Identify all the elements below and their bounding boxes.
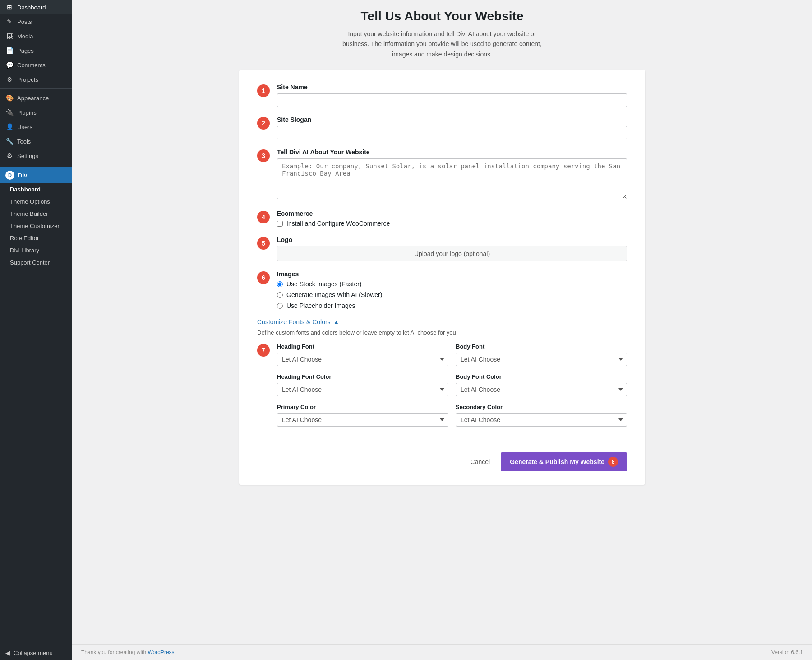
site-slogan-label: Site Slogan xyxy=(277,116,627,123)
sidebar-item-dashboard[interactable]: ⊞ Dashboard xyxy=(0,0,72,14)
fonts-grid: Heading Font Let AI Choose Body Font Let… xyxy=(277,343,627,427)
sidebar-sub-item-support-center[interactable]: Support Center xyxy=(0,256,72,269)
sidebar-divi[interactable]: D Divi xyxy=(0,167,72,183)
woocommerce-checkbox[interactable] xyxy=(277,221,283,227)
chevron-up-icon: ▲ xyxy=(333,318,340,325)
heading-font-color-select[interactable]: Let AI Choose xyxy=(277,383,448,396)
footer-bar: Thank you for creating with WordPress. V… xyxy=(72,644,812,660)
section-7-content: Heading Font Let AI Choose Body Font Let… xyxy=(277,343,627,434)
sidebar-item-pages[interactable]: 📄 Pages xyxy=(0,43,72,58)
heading-font-color-field: Heading Font Color Let AI Choose xyxy=(277,373,448,396)
primary-color-select[interactable]: Let AI Choose xyxy=(277,413,448,427)
pages-icon: 📄 xyxy=(5,47,14,54)
posts-icon: ✎ xyxy=(5,18,14,25)
sidebar-sub-item-role-editor[interactable]: Role Editor xyxy=(0,232,72,244)
sidebar-item-settings[interactable]: ⚙ Settings xyxy=(0,149,72,163)
section-4-content: Ecommerce Install and Configure WooComme… xyxy=(277,210,627,227)
sidebar: ⊞ Dashboard ✎ Posts 🖼 Media 📄 Pages 💬 Co… xyxy=(0,0,72,660)
radio-stock-input[interactable] xyxy=(277,281,283,287)
woocommerce-label: Install and Configure WooCommerce xyxy=(286,220,390,227)
site-name-input[interactable] xyxy=(277,93,627,107)
body-font-color-field: Body Font Color Let AI Choose xyxy=(456,373,627,396)
wordpress-link[interactable]: WordPress. xyxy=(148,649,175,655)
step-5-badge: 5 xyxy=(257,237,270,250)
main-content: Tell Us About Your Website Input your we… xyxy=(72,0,812,644)
sidebar-divider-1 xyxy=(0,88,72,89)
heading-font-label: Heading Font xyxy=(277,343,448,350)
woocommerce-row: Install and Configure WooCommerce xyxy=(277,220,627,227)
page-wrapper: Tell Us About Your Website Input your we… xyxy=(72,0,812,660)
sidebar-item-users[interactable]: 👤 Users xyxy=(0,120,72,134)
sidebar-item-appearance[interactable]: 🎨 Appearance xyxy=(0,91,72,105)
media-icon: 🖼 xyxy=(5,33,14,40)
sidebar-item-comments[interactable]: 💬 Comments xyxy=(0,58,72,72)
radio-ai-input[interactable] xyxy=(277,292,283,298)
step-7-badge: 7 xyxy=(257,344,270,357)
site-slogan-input[interactable] xyxy=(277,126,627,139)
step-8-badge: 8 xyxy=(608,457,618,467)
sidebar-sub-item-theme-builder[interactable]: Theme Builder xyxy=(0,208,72,220)
collapse-menu-button[interactable]: ◀ Collapse menu xyxy=(0,646,72,660)
comments-icon: 💬 xyxy=(5,61,14,69)
step-4-badge: 4 xyxy=(257,211,270,223)
collapse-icon: ◀ xyxy=(5,650,10,656)
sidebar-sub-menu: Dashboard Theme Options Theme Builder Th… xyxy=(0,183,72,269)
sidebar-item-posts[interactable]: ✎ Posts xyxy=(0,14,72,29)
divi-logo: D xyxy=(5,171,14,180)
dashboard-icon: ⊞ xyxy=(5,4,14,11)
sidebar-item-tools[interactable]: 🔧 Tools xyxy=(0,134,72,149)
sidebar-sub-item-theme-options[interactable]: Theme Options xyxy=(0,195,72,208)
body-font-label: Body Font xyxy=(456,343,627,350)
customize-fonts-toggle[interactable]: Customize Fonts & Colors ▲ xyxy=(257,318,627,325)
users-icon: 👤 xyxy=(5,123,14,130)
radio-placeholder-input[interactable] xyxy=(277,303,283,309)
radio-stock-label: Use Stock Images (Faster) xyxy=(286,280,362,288)
plugins-icon: 🔌 xyxy=(5,109,14,116)
section-about: 3 Tell Divi AI About Your Website xyxy=(257,149,627,201)
appearance-icon: 🎨 xyxy=(5,94,14,102)
site-name-label: Site Name xyxy=(277,84,627,91)
section-3-content: Tell Divi AI About Your Website xyxy=(277,149,627,201)
sidebar-sub-item-divi-library[interactable]: Divi Library xyxy=(0,244,72,256)
form-card: 1 Site Name 2 Site Slogan 3 Tell Divi AI… xyxy=(239,70,645,485)
radio-placeholder: Use Placeholder Images xyxy=(277,302,627,309)
sidebar-divider-2 xyxy=(0,165,72,165)
section-ecommerce: 4 Ecommerce Install and Configure WooCom… xyxy=(257,210,627,227)
section-site-slogan: 2 Site Slogan xyxy=(257,116,627,139)
section-2-content: Site Slogan xyxy=(277,116,627,139)
form-footer: Cancel Generate & Publish My Website 8 xyxy=(257,445,627,471)
customize-info-text: Define custom fonts and colors below or … xyxy=(257,329,627,336)
images-radio-group: Use Stock Images (Faster) Generate Image… xyxy=(277,280,627,309)
body-font-color-select[interactable]: Let AI Choose xyxy=(456,383,627,396)
generate-button[interactable]: Generate & Publish My Website 8 xyxy=(501,452,627,471)
section-images: 6 Images Use Stock Images (Faster) Gener… xyxy=(257,270,627,309)
version-text: Version 6.6.1 xyxy=(771,649,803,655)
sidebar-sub-item-theme-customizer[interactable]: Theme Customizer xyxy=(0,220,72,232)
sidebar-item-media[interactable]: 🖼 Media xyxy=(0,29,72,43)
ecommerce-label: Ecommerce xyxy=(277,210,627,217)
secondary-color-select[interactable]: Let AI Choose xyxy=(456,413,627,427)
section-site-name: 1 Site Name xyxy=(257,84,627,107)
upload-logo-button[interactable]: Upload your logo (optional) xyxy=(277,246,627,261)
section-6-content: Images Use Stock Images (Faster) Generat… xyxy=(277,270,627,309)
cancel-button[interactable]: Cancel xyxy=(465,455,496,468)
radio-placeholder-label: Use Placeholder Images xyxy=(286,302,355,309)
radio-ai-label: Generate Images With AI (Slower) xyxy=(286,291,382,298)
page-title: Tell Us About Your Website xyxy=(90,9,794,23)
step-1-badge: 1 xyxy=(257,84,270,97)
secondary-color-label: Secondary Color xyxy=(456,404,627,410)
radio-ai: Generate Images With AI (Slower) xyxy=(277,291,627,298)
radio-stock: Use Stock Images (Faster) xyxy=(277,280,627,288)
section-logo: 5 Logo Upload your logo (optional) xyxy=(257,236,627,261)
sidebar-sub-item-dashboard[interactable]: Dashboard xyxy=(0,183,72,195)
page-subtitle: Input your website information and tell … xyxy=(338,29,546,59)
primary-color-label: Primary Color xyxy=(277,404,448,410)
secondary-color-field: Secondary Color Let AI Choose xyxy=(456,404,627,427)
body-font-field: Body Font Let AI Choose xyxy=(456,343,627,366)
primary-color-field: Primary Color Let AI Choose xyxy=(277,404,448,427)
body-font-select[interactable]: Let AI Choose xyxy=(456,353,627,366)
heading-font-select[interactable]: Let AI Choose xyxy=(277,353,448,366)
sidebar-item-plugins[interactable]: 🔌 Plugins xyxy=(0,105,72,120)
sidebar-item-projects[interactable]: ⚙ Projects xyxy=(0,72,72,87)
about-textarea[interactable] xyxy=(277,158,627,199)
